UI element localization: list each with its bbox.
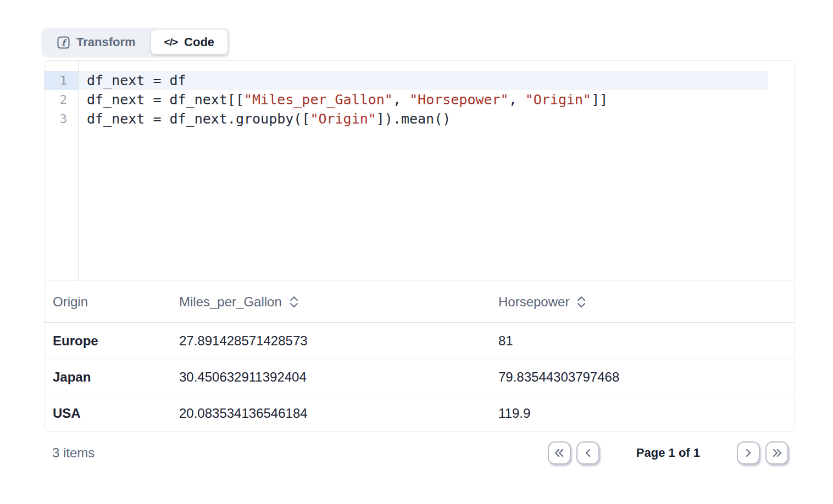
- code-and-results-panel: 123 df_next = dfdf_next = df_next[["Mile…: [44, 60, 795, 432]
- code-line[interactable]: df_next = df_next[["Miles_per_Gallon", "…: [79, 90, 768, 109]
- data-cell: 81: [490, 333, 795, 349]
- code-icon: </>: [164, 36, 177, 48]
- line-number: 3: [45, 109, 78, 128]
- data-cell: 79.83544303797468: [490, 369, 795, 385]
- first-page-button[interactable]: [548, 441, 571, 464]
- code-token: ]]: [591, 92, 608, 108]
- string-token: "Miles_per_Gallon": [244, 92, 393, 108]
- prev-page-button[interactable]: [576, 441, 599, 464]
- string-token: "Horsepower": [409, 92, 509, 108]
- chevrons-right-icon: [770, 446, 784, 460]
- code-token: ]).mean(): [376, 111, 451, 127]
- row-header-cell: USA: [45, 406, 171, 421]
- sort-chevrons-icon[interactable]: [290, 295, 298, 309]
- function-icon: f: [57, 36, 70, 49]
- table-body: Europe27.89142857142857381Japan30.450632…: [45, 323, 795, 432]
- table-row: USA20.083534136546184119.9: [45, 395, 795, 432]
- row-header-cell: Japan: [45, 369, 171, 385]
- code-token: ,: [509, 92, 525, 108]
- code-line[interactable]: df_next = df: [79, 71, 768, 90]
- column-header-horsepower[interactable]: Horsepower: [490, 294, 795, 310]
- tab-transform-label: Transform: [76, 35, 136, 49]
- string-token: "Origin": [525, 92, 591, 108]
- page-indicator: Page 1 of 1: [636, 446, 700, 460]
- data-cell: 30.450632911392404: [171, 369, 490, 385]
- column-header-miles_per_gallon[interactable]: Miles_per_Gallon: [171, 294, 490, 310]
- code-token: df_next = df: [87, 72, 186, 88]
- sort-chevrons-icon[interactable]: [577, 295, 586, 309]
- tab-code-label: Code: [184, 35, 214, 49]
- view-mode-tabs: f Transform </> Code: [42, 28, 230, 57]
- table-row: Japan30.45063291139240479.83544303797468: [45, 359, 795, 395]
- column-header-origin: Origin: [45, 294, 171, 310]
- chevrons-left-icon: [552, 446, 567, 460]
- table-footer: 3 items Page 1 of 1: [44, 435, 795, 471]
- row-header-cell: Europe: [45, 333, 171, 349]
- items-count: 3 items: [52, 445, 95, 461]
- data-cell: 27.891428571428573: [171, 333, 490, 349]
- code-line[interactable]: df_next = df_next.groupby(["Origin"]).me…: [79, 109, 768, 128]
- code-token: df_next = df_next[[: [87, 92, 244, 108]
- editor-code-area[interactable]: df_next = dfdf_next = df_next[["Miles_pe…: [79, 61, 795, 281]
- table-header-row: OriginMiles_per_GallonHorsepower: [45, 281, 795, 323]
- tab-code[interactable]: </> Code: [151, 30, 227, 54]
- svg-text:f: f: [62, 38, 68, 48]
- last-page-button[interactable]: [765, 441, 788, 464]
- next-page-button[interactable]: [737, 441, 760, 464]
- data-cell: 119.9: [490, 406, 795, 421]
- line-number: 1: [45, 71, 78, 90]
- table-row: Europe27.89142857142857381: [45, 323, 795, 359]
- editor-gutter: 123: [45, 61, 79, 281]
- pagination-controls: Page 1 of 1: [548, 441, 788, 464]
- chevron-right-icon: [741, 446, 756, 460]
- string-token: "Origin": [310, 111, 376, 127]
- column-label: Miles_per_Gallon: [179, 294, 282, 310]
- chevron-left-icon: [581, 446, 595, 460]
- code-editor[interactable]: 123 df_next = dfdf_next = df_next[["Mile…: [45, 61, 795, 281]
- column-label: Origin: [53, 294, 88, 310]
- tab-transform[interactable]: f Transform: [44, 30, 149, 54]
- code-token: df_next = df_next.groupby([: [87, 111, 310, 127]
- data-cell: 20.083534136546184: [171, 406, 490, 421]
- column-label: Horsepower: [498, 294, 569, 310]
- line-number: 2: [45, 90, 78, 109]
- code-token: ,: [393, 92, 409, 108]
